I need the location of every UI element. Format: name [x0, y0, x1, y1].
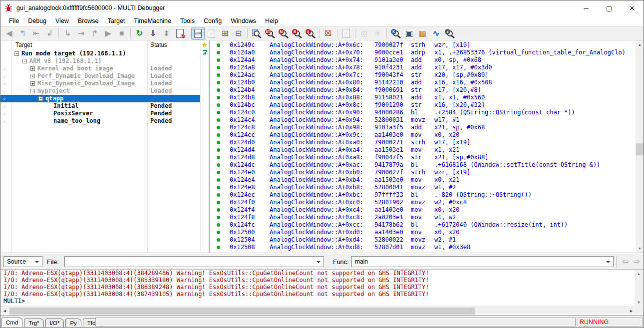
- instruction-row[interactable]: 0x124d0AnalogClockWindow::A+0xa0:7900027…: [210, 139, 636, 146]
- exec-dot-icon[interactable]: [217, 223, 220, 227]
- instruction-row[interactable]: 0x124e4AnalogClockWindow::A+0xb4:aa1503e…: [210, 176, 636, 184]
- goto-pc-icon[interactable]: [202, 49, 208, 55]
- instruction-row[interactable]: 0x12504AnalogClockWindow::A+0xd4:5280002…: [210, 236, 636, 244]
- scroll-up-icon[interactable]: ▲: [636, 40, 644, 49]
- exec-dot-icon[interactable]: [217, 126, 220, 129]
- console-scrollbar[interactable]: ▲ ▼: [635, 270, 643, 307]
- reload-program-icon[interactable]: ↻: [174, 27, 186, 39]
- reverse-continue-icon[interactable]: ◀: [3, 27, 15, 39]
- instruction-row[interactable]: 0x124a0AnalogClockWindow::A+0x70:9000cce…: [210, 49, 636, 56]
- target-tree-row[interactable]: ☆PosixServerPended: [0, 110, 200, 117]
- menu-windows[interactable]: Windows: [226, 16, 261, 26]
- menu-tools[interactable]: Tools: [176, 16, 199, 26]
- memory-view-icon[interactable]: ▦: [416, 27, 429, 39]
- instruction-row[interactable]: 0x124f8AnalogClockWindow::A+0xc8:2a0203e…: [210, 214, 636, 221]
- scrollbar-thumb[interactable]: [636, 143, 644, 155]
- view-mixed-icon[interactable]: M: [277, 27, 290, 39]
- bookmark-star-icon[interactable]: ☆: [2, 65, 6, 72]
- instruction-row[interactable]: 0x124c8AnalogClockWindow::A+0x98:9101a3f…: [210, 124, 636, 131]
- menu-view[interactable]: View: [51, 16, 73, 26]
- bookmark-star-icon[interactable]: ☆: [2, 80, 6, 87]
- instruction-row[interactable]: 0x124acAnalogClockWindow::A+0x7c:f90043f…: [210, 71, 636, 79]
- exec-dot-icon[interactable]: [217, 238, 220, 242]
- instruction-row[interactable]: 0x124dcAnalogClockWindow::A+0xac:9417879…: [210, 161, 636, 169]
- instruction-row[interactable]: 0x12508AnalogClockWindow::A+0xd8:52807d0…: [210, 244, 636, 251]
- instruction-row[interactable]: 0x124f0AnalogClockWindow::A+0xc0:5280190…: [210, 199, 636, 206]
- target-tree-row[interactable]: −Run mode target (192.168.1.1): [0, 50, 200, 57]
- exec-dot-icon[interactable]: [217, 163, 220, 167]
- menu-target[interactable]: Target: [103, 16, 130, 26]
- scrollbar-thumb[interactable]: [9, 308, 475, 315]
- target-tree-row[interactable]: ☆name_too_longPended: [0, 117, 200, 125]
- file-combobox[interactable]: [64, 256, 324, 267]
- status-column-header[interactable]: Status: [150, 41, 167, 48]
- bookmark-star-icon[interactable]: ☆: [2, 117, 6, 125]
- exec-dot-icon[interactable]: [217, 141, 220, 144]
- target-tree-row[interactable]: −ARM v8 (192.168.1.1): [0, 57, 200, 65]
- instruction-row[interactable]: 0x124b4AnalogClockWindow::A+0x84:f900069…: [210, 86, 636, 94]
- instruction-row[interactable]: 0x124b8AnalogClockWindow::A+0x88:9115802…: [210, 94, 636, 101]
- go-icon[interactable]: ▶: [102, 27, 114, 39]
- maximize-button[interactable]: ▢: [598, 0, 621, 15]
- collapse-box-icon[interactable]: −: [14, 51, 19, 56]
- step-back-into-icon[interactable]: ↲: [43, 27, 56, 39]
- exec-dot-icon[interactable]: [217, 73, 220, 77]
- view-source-icon[interactable]: [250, 27, 263, 39]
- horizontal-scrollbar[interactable]: ◀ ▶: [0, 307, 636, 315]
- tab-io[interactable]: I/O*: [45, 319, 64, 327]
- step-back-out-icon[interactable]: ↰: [16, 27, 29, 39]
- target-tree-row[interactable]: ☆InitialPended: [0, 102, 200, 110]
- scroll-down-icon[interactable]: ▼: [636, 244, 644, 253]
- target-tree-row[interactable]: ☆−qtapp: [0, 95, 200, 102]
- favorites-star-icon[interactable]: ★: [202, 41, 208, 48]
- kernel-objects-icon[interactable]: K: [389, 27, 402, 39]
- exec-dot-icon[interactable]: [217, 186, 220, 189]
- bookmark-star-icon[interactable]: ☆: [2, 87, 6, 95]
- func-input[interactable]: [355, 258, 603, 265]
- bookmark-star-icon[interactable]: ☆: [2, 102, 6, 110]
- instruction-row[interactable]: 0x124c0AnalogClockWindow::A+0x90:9400028…: [210, 109, 636, 116]
- collapse-blocks-icon[interactable]: ⊟: [232, 27, 245, 39]
- view-registers-icon[interactable]: R: [291, 27, 303, 39]
- breakpoints-icon[interactable]: ☒: [322, 27, 334, 39]
- instruction-row[interactable]: 0x124d4AnalogClockWindow::A+0xa4:aa1503e…: [210, 146, 636, 154]
- command-prompt[interactable]: MULTI>: [0, 298, 644, 305]
- history-back-button[interactable]: ⇦: [620, 256, 631, 267]
- exec-dot-icon[interactable]: [217, 178, 220, 182]
- step-over-icon[interactable]: ⇥: [75, 27, 87, 39]
- func-combobox[interactable]: [351, 256, 614, 267]
- instruction-row[interactable]: 0x124ccAnalogClockWindow::A+0x9c:aa1403e…: [210, 131, 636, 139]
- menu-debug[interactable]: Debug: [23, 16, 51, 26]
- menu-file[interactable]: File: [4, 16, 23, 26]
- exec-dot-icon[interactable]: [217, 156, 220, 159]
- exec-dot-icon[interactable]: [217, 118, 220, 122]
- exec-dot-icon[interactable]: [217, 81, 220, 84]
- exec-dot-icon[interactable]: [217, 246, 220, 249]
- scroll-down-icon[interactable]: ▼: [635, 298, 643, 307]
- instruction-row[interactable]: 0x124e0AnalogClockWindow::A+0xb0:7900027…: [210, 169, 636, 176]
- exec-dot-icon[interactable]: [217, 171, 220, 174]
- menu-help[interactable]: Help: [261, 16, 283, 26]
- assembly-scrollbar[interactable]: ▲ ▼: [636, 40, 644, 253]
- scroll-left-icon[interactable]: ◀: [0, 307, 9, 315]
- target-tree-row[interactable]: ☆−myprojectLoaded: [0, 87, 200, 95]
- instruction-row[interactable]: 0x124d8AnalogClockWindow::A+0xa8:f90047f…: [210, 154, 636, 161]
- exec-dot-icon[interactable]: [217, 216, 220, 219]
- history-forward-button[interactable]: ⇨: [631, 256, 643, 267]
- bookmark-star-icon[interactable]: ☆: [2, 95, 6, 102]
- expand-box-icon[interactable]: +: [30, 66, 35, 71]
- exec-dot-icon[interactable]: [217, 43, 220, 47]
- instruction-row[interactable]: 0x124ecAnalogClockWindow::A+0xbc:97ffff3…: [210, 191, 636, 199]
- step-into-icon[interactable]: ↳: [61, 27, 74, 39]
- exec-dot-icon[interactable]: [217, 66, 220, 69]
- target-tree-row[interactable]: ☆+Misc_Dynamic_Download_ImageLoaded: [0, 80, 200, 87]
- exec-dot-icon[interactable]: [217, 103, 220, 107]
- bookmark-star-icon[interactable]: ☆: [2, 110, 6, 117]
- exec-dot-icon[interactable]: [217, 51, 220, 54]
- download-icon[interactable]: ⇓: [147, 27, 159, 39]
- target-list-panel[interactable]: Target Status −Run mode target (192.168.…: [0, 40, 200, 253]
- instruction-row[interactable]: 0x124a8AnalogClockWindow::A+0x78:910f423…: [210, 64, 636, 71]
- exec-dot-icon[interactable]: [217, 193, 220, 197]
- target-tree-row[interactable]: ☆+Kernel and boot imageLoaded: [0, 65, 200, 72]
- halt-icon[interactable]: ■: [115, 27, 128, 39]
